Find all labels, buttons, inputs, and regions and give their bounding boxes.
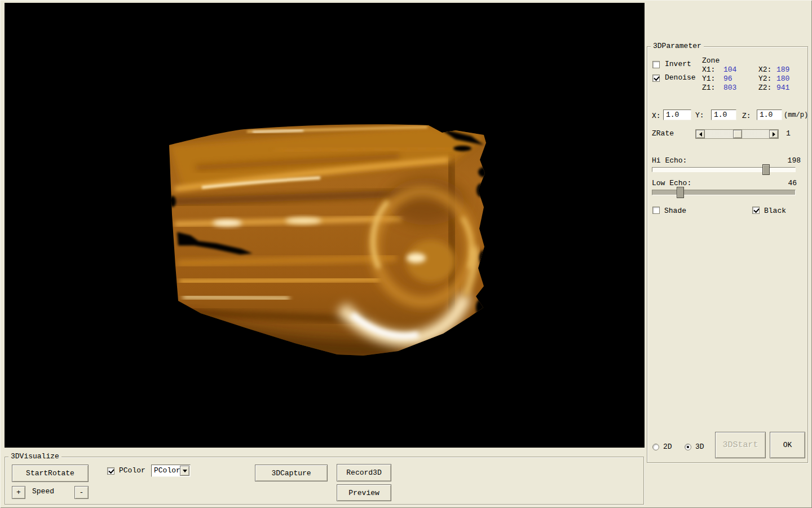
zone-x2-value: 189 bbox=[776, 66, 789, 74]
pcolor-checkbox[interactable] bbox=[107, 467, 114, 475]
zrate-thumb[interactable] bbox=[733, 130, 742, 138]
scale-unit-label: (mm/p) bbox=[784, 111, 808, 119]
zrate-right-arrow[interactable] bbox=[769, 130, 778, 138]
scale-x-input[interactable] bbox=[663, 110, 691, 120]
speed-plus-button[interactable]: + bbox=[12, 486, 25, 499]
denoise-label: Denoise bbox=[665, 74, 696, 82]
zone-x1-value: 104 bbox=[723, 66, 736, 74]
3d-viewport[interactable] bbox=[5, 3, 645, 448]
speed-minus-button[interactable]: - bbox=[74, 486, 89, 499]
record-3d-button[interactable]: Record3D bbox=[337, 464, 391, 481]
start-3d-button[interactable]: 3DStart bbox=[715, 432, 766, 458]
mode-3d-label: 3D bbox=[695, 443, 704, 451]
zrate-left-arrow[interactable] bbox=[696, 130, 705, 138]
low-echo-track[interactable] bbox=[652, 190, 796, 195]
denoise-checkbox[interactable] bbox=[652, 75, 660, 82]
preview-button[interactable]: Preview bbox=[337, 484, 391, 501]
hi-echo-thumb[interactable] bbox=[762, 164, 770, 175]
pcolor-dropdown[interactable]: PColor bbox=[151, 465, 191, 477]
volume-render bbox=[5, 3, 645, 448]
zrate-label: ZRate bbox=[652, 130, 674, 138]
app-window: 3DParameter Invert Denoise Zone X1: 104 … bbox=[0, 0, 812, 508]
zone-x1-label: X1: bbox=[702, 66, 715, 74]
low-echo-value: 46 bbox=[774, 179, 797, 187]
speed-label: Speed bbox=[32, 488, 54, 496]
scale-y-input[interactable] bbox=[711, 110, 736, 120]
zone-y1-value: 96 bbox=[723, 75, 732, 83]
invert-checkbox[interactable] bbox=[652, 61, 660, 68]
capture-3d-button[interactable]: 3DCapture bbox=[255, 465, 328, 481]
ok-button[interactable]: OK bbox=[770, 432, 805, 458]
zone-z2-label: Z2: bbox=[758, 84, 771, 92]
hi-echo-label: Hi Echo: bbox=[652, 157, 687, 165]
visualize-group-title: 3DVisualize bbox=[8, 453, 61, 461]
parameter-group-title: 3DParameter bbox=[651, 42, 704, 50]
zone-y1-label: Y1: bbox=[702, 75, 715, 83]
invert-label: Invert bbox=[665, 60, 691, 68]
parameter-groupbox: 3DParameter bbox=[647, 46, 808, 463]
zrate-scrollbar[interactable] bbox=[695, 129, 779, 139]
scale-z-label: Z: bbox=[742, 112, 751, 120]
mode-2d-label: 2D bbox=[663, 443, 672, 451]
pcolor-label: PColor bbox=[119, 467, 145, 475]
pcolor-dropdown-value: PColor bbox=[154, 466, 180, 475]
zone-z2-value: 941 bbox=[776, 84, 789, 92]
hi-echo-track[interactable] bbox=[652, 167, 796, 172]
zrate-value: 1 bbox=[786, 130, 791, 138]
scale-z-input[interactable] bbox=[757, 110, 782, 120]
black-checkbox[interactable] bbox=[752, 207, 760, 214]
pcolor-dropdown-arrow-icon[interactable] bbox=[180, 466, 189, 476]
hi-echo-value: 198 bbox=[778, 157, 801, 165]
mode-3d-radio[interactable] bbox=[685, 444, 691, 450]
low-echo-label: Low Echo: bbox=[652, 179, 691, 187]
zone-z1-label: Z1: bbox=[702, 84, 715, 92]
zone-z1-value: 803 bbox=[723, 84, 736, 92]
scale-x-label: X: bbox=[652, 112, 661, 120]
mode-2d-radio[interactable] bbox=[652, 444, 659, 450]
shade-checkbox[interactable] bbox=[652, 207, 660, 214]
start-rotate-button[interactable]: StartRotate bbox=[12, 465, 89, 482]
zone-title: Zone bbox=[702, 57, 720, 65]
black-label: Black bbox=[764, 207, 786, 215]
zone-y2-label: Y2: bbox=[758, 75, 771, 83]
low-echo-thumb[interactable] bbox=[677, 187, 684, 198]
scale-y-label: Y: bbox=[695, 112, 704, 120]
shade-label: Shade bbox=[664, 207, 686, 215]
zone-y2-value: 180 bbox=[776, 75, 789, 83]
zone-x2-label: X2: bbox=[758, 66, 771, 74]
